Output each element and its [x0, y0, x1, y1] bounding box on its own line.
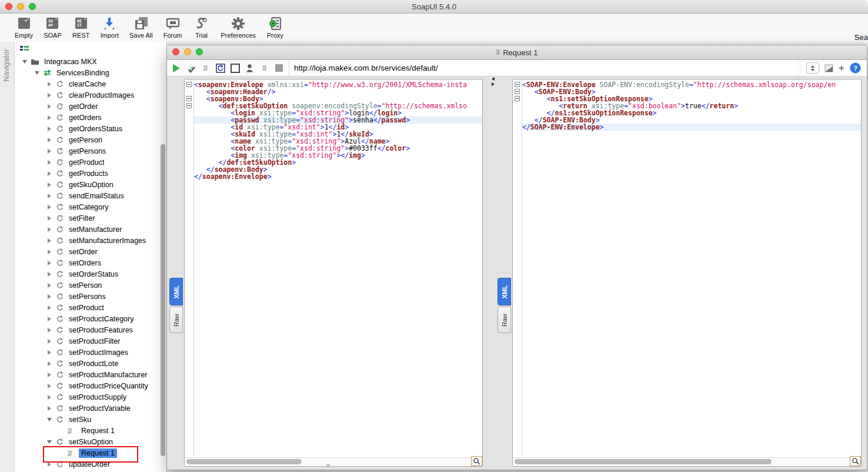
zoom-button[interactable]	[29, 3, 36, 10]
tree-item-getSkuOption[interactable]: getSkuOption	[15, 179, 166, 190]
toolbar-button-preferences[interactable]: Preferences	[215, 14, 261, 39]
expander-open-icon[interactable]	[31, 71, 43, 75]
toolbar-button-soap[interactable]: SO AP*SOAP	[38, 14, 67, 39]
expander-closed-icon[interactable]	[44, 171, 55, 176]
toolbar-button-proxy[interactable]: Proxy	[261, 14, 289, 39]
tree-item-setCategory[interactable]: setCategory	[15, 201, 166, 212]
expander-closed-icon[interactable]	[44, 149, 55, 154]
expander-closed-icon[interactable]	[44, 138, 55, 142]
tree-item-setManufacturerImages[interactable]: setManufacturerImages	[15, 235, 166, 246]
expander-closed-icon[interactable]	[44, 339, 55, 344]
tree-item-label[interactable]: setSku	[66, 415, 94, 424]
tree-item-setOrderStatus[interactable]: setOrderStatus	[15, 268, 166, 280]
request-minimize-button[interactable]	[184, 48, 191, 55]
splitter-handle[interactable]	[490, 77, 496, 88]
recreate-request-button[interactable]	[215, 63, 225, 73]
tree-item-label[interactable]: setProductImages	[66, 348, 131, 357]
expander-closed-icon[interactable]	[44, 216, 55, 221]
expander-closed-icon[interactable]	[44, 205, 55, 210]
tree-item-label[interactable]: getOrders	[66, 113, 104, 122]
soap-action-button[interactable]: SOAP	[201, 63, 211, 73]
tree-item-getOrders[interactable]: getOrders	[15, 112, 166, 123]
endpoint-url-field[interactable]: http://loja.makex.com.br/services/defaul…	[289, 60, 797, 76]
add-endpoint-icon[interactable]: +	[839, 63, 844, 73]
tree-item-setSkuOption[interactable]: setSkuOption	[15, 436, 166, 447]
tree-item-label[interactable]: setFilter	[66, 214, 97, 223]
tree-item-setProductLote[interactable]: setProductLote	[15, 358, 166, 369]
request-xml-editor[interactable]: <soapenv:Envelope xmlns:xsi="http://www.…	[194, 79, 482, 458]
request-tab-raw[interactable]: Raw	[169, 307, 183, 333]
request-hscroll-thumb[interactable]	[186, 459, 302, 464]
toolbar-button-trial[interactable]: Trial	[187, 14, 215, 39]
expander-closed-icon[interactable]	[44, 82, 55, 87]
tree-item-setProductImages[interactable]: setProductImages	[15, 347, 166, 358]
submit-request-button[interactable]	[171, 63, 181, 73]
expander-closed-icon[interactable]	[44, 373, 55, 377]
tree-item-setProductFilter[interactable]: setProductFilter	[15, 335, 166, 347]
tree-item-label[interactable]: setProductLote	[66, 359, 121, 368]
tree-item-label[interactable]: ServicesBinding	[54, 68, 112, 78]
request-close-button[interactable]	[172, 48, 179, 55]
tree-item-setProductFeatures[interactable]: setProductFeatures	[15, 324, 166, 335]
tree-item-Request 1[interactable]: SOAPRequest 1	[15, 447, 166, 458]
expander-open-icon[interactable]	[19, 60, 31, 64]
tree-item-label[interactable]: sendEmailStatus	[66, 191, 126, 201]
tree-item-updateOrder[interactable]: updateOrder	[15, 458, 166, 470]
xml-line[interactable]: </soapenv:Envelope>	[194, 173, 482, 180]
help-icon[interactable]: ?	[850, 62, 861, 74]
tree-item-label[interactable]: setCategory	[66, 202, 111, 212]
dump-file-button[interactable]	[274, 63, 284, 73]
tree-item-setProductCategory[interactable]: setProductCategory	[15, 313, 166, 324]
request-tab-xml[interactable]: XML	[169, 278, 183, 305]
tree-item-getProduct[interactable]: getProduct	[15, 157, 166, 168]
fold-collapse-icon[interactable]	[186, 103, 192, 108]
navigator-scrollbar-thumb[interactable]	[161, 144, 165, 456]
expander-closed-icon[interactable]	[44, 93, 55, 98]
resize-grip-dot[interactable]	[326, 464, 330, 467]
tree-item-label[interactable]: setOrderStatus	[66, 270, 121, 279]
expander-closed-icon[interactable]	[44, 127, 55, 131]
tree-item-setPerson[interactable]: setPerson	[15, 280, 166, 291]
tree-item-getProducts[interactable]: getProducts	[15, 168, 166, 179]
expander-closed-icon[interactable]	[44, 395, 55, 400]
expander-closed-icon[interactable]	[44, 160, 55, 165]
tree-item-label[interactable]: getOrder	[66, 102, 100, 111]
tree-item-label[interactable]: updateOrder	[66, 460, 112, 469]
tree-item-label[interactable]: setProductSupply	[66, 393, 129, 402]
tree-item-clearProductImages[interactable]: clearProductImages	[15, 89, 166, 101]
tree-item-label[interactable]: getPersons	[66, 147, 108, 156]
toolbar-button-forum[interactable]: Forum	[158, 14, 188, 39]
endpoint-stepper[interactable]	[806, 62, 819, 74]
tree-item-getPersons[interactable]: getPersons	[15, 145, 166, 157]
expander-closed-icon[interactable]	[44, 261, 55, 265]
tree-item-label[interactable]: setOrders	[66, 258, 104, 268]
expander-open-icon[interactable]	[44, 440, 55, 444]
expander-closed-icon[interactable]	[44, 250, 55, 254]
expander-closed-icon[interactable]	[44, 283, 55, 288]
tree-item-setPersons[interactable]: setPersons	[15, 291, 166, 302]
toolbar-button-import[interactable]: Import	[95, 14, 124, 39]
expander-closed-icon[interactable]	[44, 115, 55, 120]
request-titlebar[interactable]: SOAP Request 1	[167, 45, 867, 60]
expander-closed-icon[interactable]	[44, 361, 55, 366]
tree-item-Integracao MKX[interactable]: Integracao MKX	[15, 56, 166, 67]
tree-item-setOrders[interactable]: setOrders	[15, 257, 166, 268]
response-tab-raw[interactable]: Raw	[498, 307, 511, 333]
xml-line[interactable]: </SOAP-ENV:Envelope>	[522, 124, 861, 131]
tree-item-setProductPriceQuantity[interactable]: setProductPriceQuantity	[15, 380, 166, 391]
expander-closed-icon[interactable]	[44, 350, 55, 355]
tree-item-label[interactable]: setProductManufacturer	[66, 370, 149, 380]
toolbar-button-empty[interactable]: **Empty	[9, 14, 38, 39]
tree-item-setProductSupply[interactable]: setProductSupply	[15, 391, 166, 403]
tree-item-label[interactable]: Request 1	[79, 426, 117, 436]
tree-item-setProductVariable[interactable]: setProductVariable	[15, 403, 166, 414]
tree-item-label[interactable]: Request 1	[79, 448, 117, 458]
expander-closed-icon[interactable]	[44, 272, 55, 277]
tree-item-getOrdersStatus[interactable]: getOrdersStatus	[15, 123, 166, 134]
tree-item-label[interactable]: getOrdersStatus	[66, 124, 125, 134]
response-xml-editor[interactable]: <SOAP-ENV:Envelope SOAP-ENV:encodingStyl…	[522, 79, 861, 458]
expander-closed-icon[interactable]	[44, 182, 55, 187]
tree-item-label[interactable]: setProductFilter	[66, 337, 123, 346]
toolbar-button-save-all[interactable]: Save All	[124, 14, 158, 39]
tree-item[interactable]	[15, 470, 166, 472]
